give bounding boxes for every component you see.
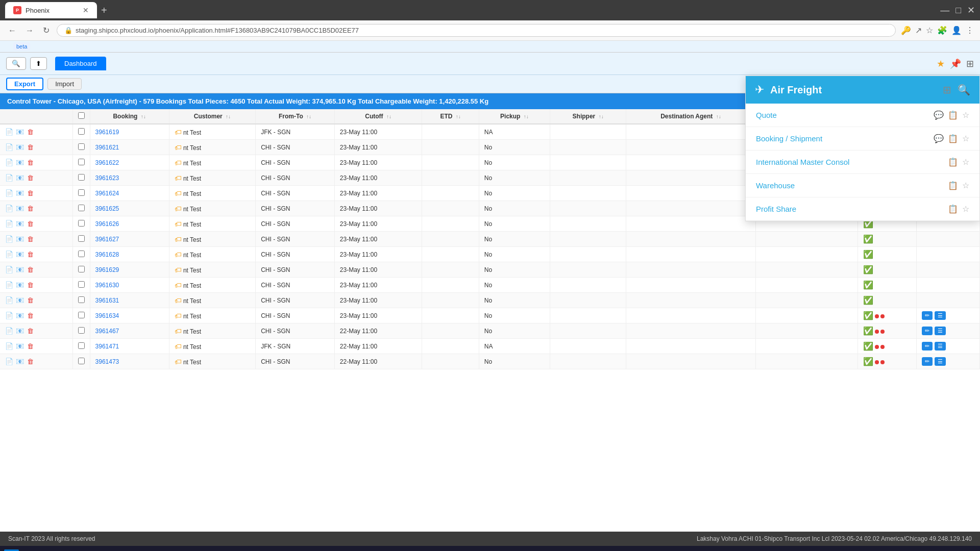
row-checkbox[interactable] [78,266,85,272]
minimize-button[interactable]: — [940,5,949,16]
import-button[interactable]: Import [47,78,82,90]
mail-icon[interactable]: 📧 [16,205,24,212]
app2-button[interactable]: 🦊 [153,549,172,552]
mail-icon[interactable]: 📧 [16,159,24,166]
book-icon[interactable]: 📋 [948,134,958,143]
row-checkbox-cell[interactable] [72,339,90,354]
book-icon[interactable]: 📋 [948,204,958,214]
trash-icon[interactable]: 🗑 [27,159,34,166]
row-checkbox-cell[interactable] [72,247,90,262]
search-taskbar-button[interactable]: 🔍 [21,549,39,552]
row-checkbox-cell[interactable] [72,323,90,339]
header-grid-icon[interactable]: ⊞ [966,58,974,69]
pdf-icon[interactable]: 📄 [5,296,13,304]
row-checkbox-cell[interactable] [72,308,90,323]
list-button[interactable]: ☰ [935,342,946,350]
pdf-icon[interactable]: 📄 [5,174,13,182]
message-icon[interactable]: 💬 [934,134,944,143]
header-star-icon[interactable]: ★ [937,58,945,69]
row-checkbox[interactable] [78,235,85,242]
row-checkbox-cell[interactable] [72,262,90,278]
app-upload-button[interactable]: ⬆ [30,57,47,70]
mail-icon[interactable]: 📧 [16,235,24,243]
row-checkbox[interactable] [78,159,85,165]
start-button[interactable]: ⊞ [4,549,19,552]
row-checkbox-cell[interactable] [72,201,90,216]
row-checkbox[interactable] [78,342,85,349]
row-checkbox-cell[interactable] [72,232,90,247]
booking-id-cell[interactable]: 3961626 [90,216,169,232]
dashboard-tab[interactable]: Dashboard [55,57,106,70]
trash-icon[interactable]: 🗑 [27,235,34,243]
message-icon[interactable]: 💬 [934,110,944,120]
mail-icon[interactable]: 📧 [16,281,24,289]
col-shipper[interactable]: Shipper ↑↓ [550,109,626,124]
pdf-icon[interactable]: 📄 [5,312,13,319]
trash-icon[interactable]: 🗑 [27,205,34,212]
more-icon[interactable]: ⋮ [966,26,974,35]
select-all-checkbox[interactable] [78,112,85,119]
edit-button[interactable]: ✏ [922,327,933,335]
book-icon[interactable]: 📋 [948,181,958,190]
bookmark-icon[interactable]: ☆ [926,26,933,35]
row-checkbox[interactable] [78,205,85,211]
trash-icon[interactable]: 🗑 [27,251,34,258]
booking-id-cell[interactable]: 3961623 [90,170,169,186]
share-icon[interactable]: ↗ [915,26,922,35]
booking-id-cell[interactable]: 3961619 [90,124,169,140]
reload-button[interactable]: ↻ [41,23,52,37]
row-checkbox[interactable] [78,189,85,196]
star-icon[interactable]: ☆ [962,204,969,214]
tab-close-button[interactable]: ✕ [83,6,89,14]
star-icon[interactable]: ☆ [962,181,969,190]
mail-icon[interactable]: 📧 [16,312,24,319]
trash-icon[interactable]: 🗑 [27,296,34,304]
vscode-button[interactable]: 💻 [98,549,116,552]
row-checkbox-cell[interactable] [72,124,90,140]
row-checkbox-cell[interactable] [72,155,90,170]
booking-id-cell[interactable]: 3961629 [90,262,169,278]
booking-id-cell[interactable]: 3961622 [90,155,169,170]
trash-icon[interactable]: 🗑 [27,189,34,197]
booking-id-cell[interactable]: 3961631 [90,293,169,308]
mail-icon[interactable]: 📧 [16,266,24,273]
trash-icon[interactable]: 🗑 [27,281,34,289]
list-button[interactable]: ☰ [935,311,946,320]
pdf-icon[interactable]: 📄 [5,251,13,258]
mail-icon[interactable]: 📧 [16,251,24,258]
pdf-icon[interactable]: 📄 [5,159,13,166]
mail-icon[interactable]: 📧 [16,128,24,136]
booking-id-cell[interactable]: 3961473 [90,354,169,369]
app-search-button[interactable]: 🔍 [6,57,26,70]
forward-button[interactable]: → [23,24,36,37]
pdf-icon[interactable]: 📄 [5,327,13,335]
row-checkbox[interactable] [78,251,85,257]
mail-icon[interactable]: 📧 [16,189,24,197]
maximize-button[interactable]: □ [955,5,961,16]
address-bar[interactable]: 🔒 staging.shipco.phxcloud.io/phoenix/App… [57,24,896,37]
row-checkbox[interactable] [78,128,85,135]
pdf-icon[interactable]: 📄 [5,281,13,289]
active-tab[interactable]: P Phoenix ✕ [5,2,97,18]
trash-icon[interactable]: 🗑 [27,266,34,273]
chrome-button[interactable]: ◎ [136,549,151,552]
book-icon[interactable]: 📋 [948,110,958,120]
app3-button[interactable]: ◉ [174,549,189,552]
booking-id-cell[interactable]: 3961625 [90,201,169,216]
row-checkbox-cell[interactable] [72,354,90,369]
star-icon[interactable]: ☆ [962,110,969,120]
trash-icon[interactable]: 🗑 [27,312,34,319]
row-checkbox[interactable] [78,312,85,318]
dropdown-menu-item[interactable]: Warehouse 📋 ☆ [746,174,979,197]
row-checkbox-cell[interactable] [72,140,90,155]
pdf-icon[interactable]: 📄 [5,143,13,151]
pdf-icon[interactable]: 📄 [5,266,13,273]
mail-icon[interactable]: 📧 [16,296,24,304]
booking-id-cell[interactable]: 3961624 [90,186,169,201]
trash-icon[interactable]: 🗑 [27,342,34,350]
col-from-to[interactable]: From-To ↑↓ [256,109,335,124]
row-checkbox[interactable] [78,358,85,364]
back-button[interactable]: ← [6,24,18,37]
row-checkbox[interactable] [78,143,85,150]
dropdown-menu-item[interactable]: Profit Share 📋 ☆ [746,197,979,221]
